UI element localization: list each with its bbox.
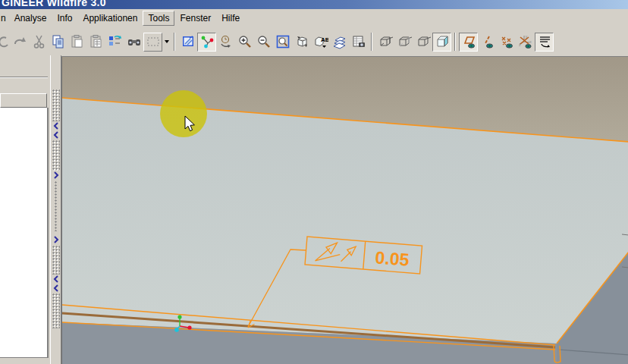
zoom-out-icon xyxy=(256,34,272,49)
svg-text:x: x xyxy=(529,39,532,44)
datum-csys-button[interactable]: y x z xyxy=(516,33,535,52)
dropdown-arrow-icon xyxy=(165,40,169,43)
cursor-highlight-circle xyxy=(160,90,207,137)
zoom-out-button[interactable] xyxy=(254,33,273,52)
regenerate-button[interactable] xyxy=(105,33,124,52)
svg-text:z: z xyxy=(519,42,521,47)
redo-button[interactable] xyxy=(11,33,30,52)
svg-text:AB: AB xyxy=(321,36,328,43)
orient-mode-button[interactable] xyxy=(216,33,235,52)
svg-text:y: y xyxy=(525,34,527,39)
paste-icon xyxy=(70,34,85,49)
menu-bar: n Analyse Info Applikationen Tools Fenst… xyxy=(0,9,628,27)
paste-button[interactable] xyxy=(68,33,86,52)
select-filter-button[interactable] xyxy=(143,33,162,52)
reorient-button[interactable] xyxy=(292,33,311,52)
zoom-in-icon xyxy=(237,34,253,49)
layers-button[interactable] xyxy=(330,33,349,52)
reorient-icon xyxy=(294,34,309,49)
collapse-left-icon[interactable] xyxy=(52,284,60,292)
paste-special-button[interactable] xyxy=(86,33,105,52)
wireframe-button[interactable] xyxy=(375,33,394,52)
redo-icon xyxy=(13,34,28,49)
datum-planes-icon xyxy=(461,34,476,49)
layers-icon xyxy=(332,34,347,49)
datum-axes-icon xyxy=(480,34,495,49)
sash-drag-handle[interactable] xyxy=(52,140,60,171)
spin-center-icon xyxy=(199,34,215,49)
navigator-panel xyxy=(0,55,50,364)
expand-right-icon[interactable] xyxy=(52,236,60,243)
tolerance-value: 0.05 xyxy=(375,247,410,270)
no-hidden-icon xyxy=(416,34,431,49)
shaded-icon xyxy=(435,34,450,49)
menu-item-analyse[interactable]: Analyse xyxy=(9,11,52,26)
sash-drag-handle[interactable] xyxy=(52,89,60,121)
orient-mode-icon xyxy=(218,34,234,49)
view-manager-icon xyxy=(351,34,366,49)
collapse-left-icon[interactable] xyxy=(52,131,60,139)
find-icon xyxy=(127,34,142,49)
saved-views-button[interactable]: AB xyxy=(311,33,330,52)
refit-icon xyxy=(275,34,290,49)
toolbar-separator xyxy=(371,33,372,51)
menu-item-tools[interactable]: Tools xyxy=(143,11,174,26)
model-tree-panel[interactable] xyxy=(0,108,49,358)
cut-icon xyxy=(32,34,47,49)
menu-item-fenster[interactable]: Fenster xyxy=(174,11,216,26)
paste-special-icon xyxy=(89,34,104,49)
annotations-icon xyxy=(537,34,552,49)
datum-axes-button[interactable] xyxy=(478,33,497,52)
zoom-in-button[interactable] xyxy=(235,33,254,52)
menu-item-info[interactable]: Info xyxy=(52,11,77,26)
repaint-icon xyxy=(181,34,196,49)
no-hidden-button[interactable] xyxy=(413,33,432,52)
datum-points-icon xyxy=(499,34,514,49)
regenerate-icon xyxy=(108,34,123,49)
refit-button[interactable] xyxy=(273,33,292,52)
main-toolbar: AB xyxy=(0,27,628,57)
hidden-line-button[interactable] xyxy=(394,33,413,52)
saved-views-icon: AB xyxy=(313,34,328,49)
selection-box-icon xyxy=(146,34,161,49)
undo-icon xyxy=(0,34,9,49)
title-bar[interactable]: GINEER Wildfire 3.0 xyxy=(0,0,628,9)
wireframe-icon xyxy=(378,34,393,49)
sash-thin-handle[interactable] xyxy=(55,181,58,231)
panel-groove xyxy=(0,77,48,78)
hidden-line-icon xyxy=(397,34,412,49)
menu-item-applikationen[interactable]: Applikationen xyxy=(77,11,143,26)
navigator-header-bar[interactable] xyxy=(0,93,47,108)
graphics-area[interactable]: 0.05 xyxy=(61,57,628,364)
toolbar-separator xyxy=(454,33,456,51)
copy-button[interactable] xyxy=(49,33,68,52)
shaded-button[interactable] xyxy=(432,33,451,52)
sash-drag-handle[interactable] xyxy=(52,246,60,275)
cut-button[interactable] xyxy=(30,33,49,52)
select-filter-dropdown[interactable] xyxy=(162,33,171,52)
datum-csys-icon: y x z xyxy=(518,34,533,49)
navigator-sash[interactable] xyxy=(50,55,61,364)
view-manager-button[interactable] xyxy=(349,33,368,52)
datum-planes-button[interactable] xyxy=(459,33,478,52)
repaint-button[interactable] xyxy=(178,33,197,52)
undo-button[interactable] xyxy=(0,33,11,52)
menu-item-fragment[interactable]: n xyxy=(0,11,9,26)
menu-item-hilfe[interactable]: Hilfe xyxy=(216,11,245,26)
datum-points-button[interactable] xyxy=(497,33,516,52)
collapse-left-icon[interactable] xyxy=(52,275,60,283)
expand-right-icon[interactable] xyxy=(52,171,60,179)
collapse-left-icon[interactable] xyxy=(52,122,60,130)
annotations-button[interactable] xyxy=(535,33,554,52)
find-button[interactable] xyxy=(124,33,143,52)
spin-center-button[interactable] xyxy=(197,33,216,52)
copy-icon xyxy=(51,34,66,49)
toolbar-separator xyxy=(174,33,175,51)
window-title: GINEER Wildfire 3.0 xyxy=(2,0,106,8)
proe-window: GINEER Wildfire 3.0 n Analyse Info Appli… xyxy=(0,0,628,364)
sash-drag-handle[interactable] xyxy=(52,293,60,328)
